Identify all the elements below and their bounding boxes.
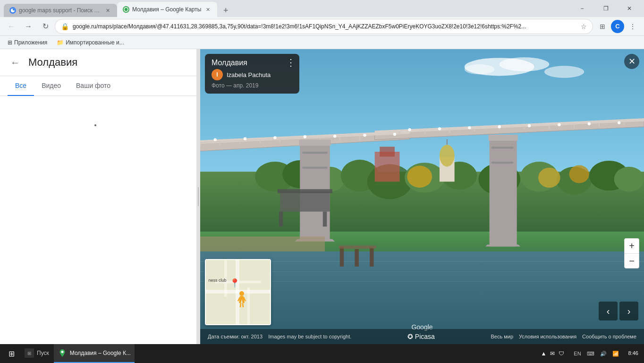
svg-rect-69 [280, 191, 330, 211]
svg-point-54 [438, 127, 441, 130]
tab2-close[interactable]: ✕ [204, 6, 212, 13]
window-controls: − ❐ ✕ [571, 1, 640, 16]
photo-close-button[interactable]: ✕ [624, 54, 639, 69]
svg-rect-73 [200, 236, 325, 251]
menu-button[interactable]: ⋮ [625, 19, 640, 34]
photo-info-box: Молдавия I Izabela Pachuta Фото — апр. 2… [205, 54, 299, 94]
tray-extra[interactable]: ▲ [541, 350, 546, 357]
taskbar-right: EN ⌨ 🔊 📶 [568, 350, 624, 358]
nav-right-controls: ⊞ C ⋮ [595, 19, 640, 34]
bookmark-star-icon[interactable]: ☆ [581, 23, 587, 30]
extensions-button[interactable]: ⊞ [595, 19, 610, 34]
svg-rect-62 [299, 140, 331, 146]
restore-button[interactable]: ❐ [595, 1, 617, 16]
svg-rect-64 [303, 167, 328, 169]
maps-label: Молдавия – Google К... [70, 350, 131, 356]
reload-button[interactable]: ↻ [38, 19, 53, 34]
picasa-label: ✪ Picasa [407, 333, 435, 340]
next-photo-button[interactable]: › [619, 302, 638, 320]
user-avatar: I [212, 69, 223, 80]
pusk-label: Пуск [37, 350, 49, 356]
svg-point-53 [408, 128, 411, 131]
minimap[interactable]: ness club 📍 [205, 259, 271, 325]
panel-header: ← Молдавия [0, 49, 196, 76]
bookmark-imported[interactable]: 📁 Импортированные и... [53, 38, 128, 47]
lang-indicator[interactable]: EN [572, 350, 583, 357]
close-button[interactable]: ✕ [619, 1, 640, 16]
tab-your-photos[interactable]: Ваши фото [68, 76, 118, 96]
back-button[interactable]: ← [4, 19, 19, 34]
photo-nav-arrows: ‹ › [599, 302, 638, 320]
bookmark-apps[interactable]: ⊞ Приложения [4, 38, 51, 47]
apps-grid-icon: ⊞ [8, 39, 12, 46]
capture-date-text: Дата съемки: окт. 2013 [208, 334, 263, 339]
address-text: google.ru/maps/place/Молдавия/@47.411631… [73, 23, 577, 30]
problem-link[interactable]: Сообщить о проблеме [582, 334, 636, 339]
apps-label: Приложения [14, 39, 47, 46]
svg-point-20 [538, 168, 560, 188]
svg-rect-67 [491, 147, 513, 148]
tab-video[interactable]: Видео [34, 76, 68, 96]
prev-photo-button[interactable]: ‹ [599, 302, 618, 320]
browser-tab-2[interactable]: Молдавия – Google Карты ✕ [117, 2, 217, 17]
tab1-title: google maps support - Поиск в Goo... [19, 7, 101, 14]
terms-link[interactable]: Условия использования [519, 334, 576, 339]
taskbar-maps[interactable]: Молдавия – Google К... [54, 344, 135, 363]
network-icon[interactable]: 📶 [610, 350, 621, 358]
svg-rect-81 [339, 246, 376, 249]
tab2-favicon [123, 6, 129, 13]
svg-rect-79 [355, 249, 358, 267]
taskbar-pusk[interactable]: ⊞ Пуск [21, 344, 53, 363]
imported-label: Импортированные и... [66, 39, 124, 46]
world-link[interactable]: Весь мир [491, 334, 513, 339]
zoom-in-button[interactable]: + [624, 238, 639, 253]
svg-rect-70 [278, 189, 332, 193]
svg-rect-63 [303, 152, 328, 154]
tray-mail[interactable]: ✉ [550, 350, 555, 357]
browser-tab-1[interactable]: google maps support - Поиск в Goo... ✕ [4, 4, 117, 17]
minimap-person [236, 291, 247, 308]
tray-antivirus[interactable]: 🛡 [559, 350, 564, 357]
tab1-favicon [9, 7, 16, 14]
svg-rect-87 [247, 287, 250, 324]
svg-rect-66 [488, 135, 517, 141]
folder-icon: 📁 [57, 39, 64, 46]
maps-icon [58, 348, 67, 358]
svg-point-57 [528, 124, 531, 127]
volume-icon[interactable]: 🔊 [598, 350, 609, 358]
svg-point-3 [500, 57, 550, 71]
svg-point-42 [393, 133, 396, 136]
svg-point-23 [440, 145, 455, 166]
svg-point-5 [465, 64, 494, 74]
svg-point-41 [363, 134, 366, 137]
info-box-user: I Izabela Pachuta [212, 69, 293, 80]
tab-all[interactable]: Все [8, 76, 34, 96]
photo-capture-date: Дата съемки: окт. 2013 Images may be sub… [208, 334, 351, 339]
minimize-button[interactable]: − [571, 1, 593, 16]
forward-button[interactable]: → [21, 19, 36, 34]
svg-point-89 [61, 351, 63, 353]
photo-links: Весь мир Условия использования Сообщить … [491, 334, 636, 339]
photo-bottom-bar: Дата съемки: окт. 2013 Images may be sub… [200, 329, 644, 344]
tab2-title: Молдавия – Google Карты [132, 6, 201, 13]
start-button[interactable]: ⊞ [2, 344, 21, 363]
zoom-out-button[interactable]: − [624, 253, 639, 268]
svg-point-60 [618, 121, 620, 124]
content-area: ← Молдавия Все Видео Ваши фото [0, 49, 644, 344]
panel-resizer[interactable] [196, 49, 200, 344]
photo-date: Фото — апр. 2019 [212, 82, 293, 89]
panel-back-button[interactable]: ← [8, 55, 23, 70]
pusk-icon: ⊞ [25, 348, 34, 358]
svg-rect-26 [380, 147, 395, 156]
profile-button[interactable]: C [611, 20, 624, 33]
address-bar[interactable]: 🔒 google.ru/maps/place/Молдавия/@47.4116… [55, 19, 593, 34]
chrome-window: google maps support - Поиск в Goo... ✕ М… [0, 0, 644, 363]
tabs-container: google maps support - Поиск в Goo... ✕ М… [4, 0, 571, 17]
svg-point-55 [468, 126, 471, 129]
info-more-button[interactable]: ⋮ [286, 58, 296, 67]
new-tab-button[interactable]: + [219, 4, 232, 17]
system-clock[interactable]: 8:46 [625, 350, 642, 357]
info-box-title: Молдавия [212, 59, 293, 67]
keyboard-icon[interactable]: ⌨ [585, 350, 596, 358]
tab1-close[interactable]: ✕ [104, 7, 111, 14]
